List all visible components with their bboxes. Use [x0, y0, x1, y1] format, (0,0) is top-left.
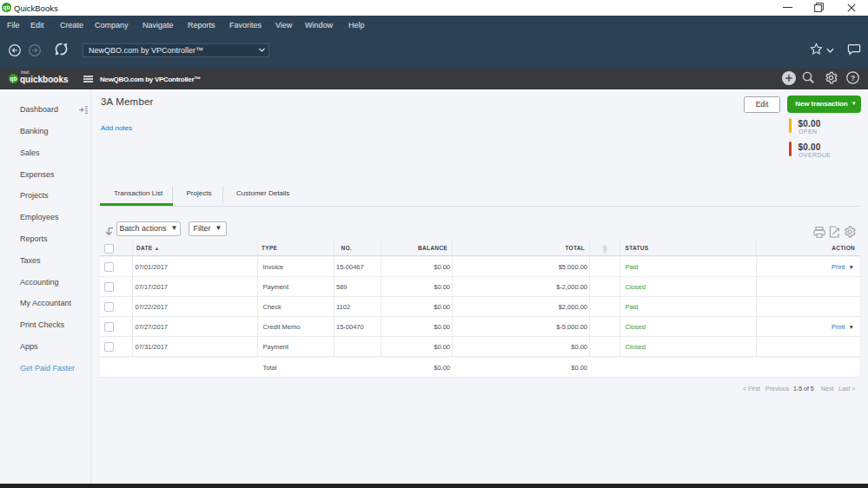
svg-text:qb: qb — [3, 3, 10, 10]
svg-text:qb: qb — [10, 75, 17, 82]
svg-text:?: ? — [850, 73, 854, 82]
